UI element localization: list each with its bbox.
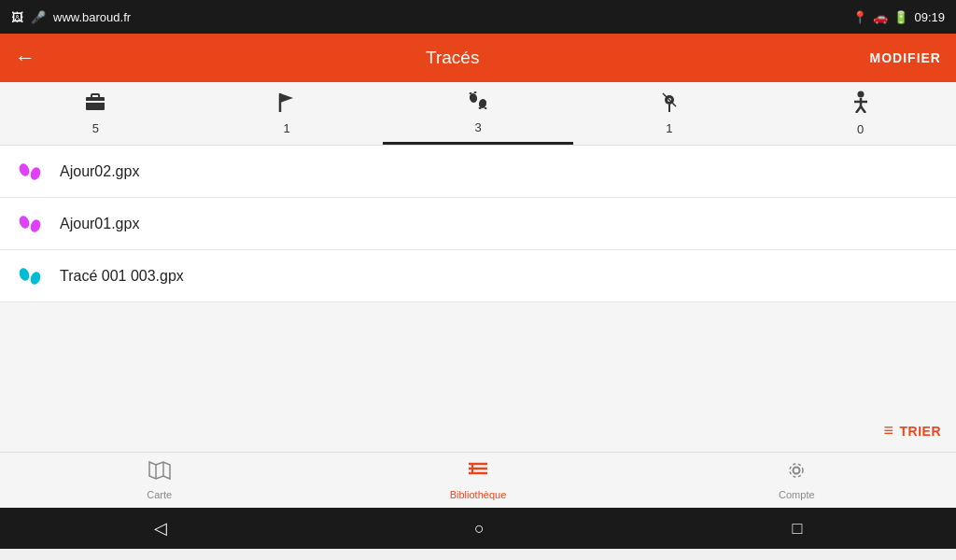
image-icon: 🖼 — [11, 10, 23, 24]
back-button[interactable]: ← — [15, 46, 35, 70]
tab-person-count: 0 — [857, 122, 864, 136]
svg-point-21 — [29, 165, 42, 181]
status-bar: 🖼 🎤 www.baroud.fr 📍 🚗 🔋 09:19 — [0, 0, 956, 34]
bottom-nav: Carte Bibliothèque Compte — [0, 452, 956, 508]
svg-rect-1 — [91, 94, 99, 98]
flag-icon — [277, 91, 296, 118]
url-display: www.baroud.fr — [53, 10, 131, 24]
pin-icon — [659, 91, 680, 118]
map-icon — [148, 460, 171, 486]
nav-item-compte[interactable]: Compte — [638, 453, 956, 508]
time-display: 09:19 — [914, 10, 945, 24]
svg-rect-0 — [86, 97, 105, 110]
track-name-1: Ajour02.gpx — [60, 163, 139, 180]
tab-flag[interactable]: 1 — [191, 82, 383, 145]
svg-point-15 — [857, 91, 864, 98]
track-list: Ajour02.gpx Ajour01.gpx Tracé 001 003.gp… — [0, 146, 956, 302]
svg-marker-26 — [149, 462, 170, 479]
back-nav-button[interactable]: ◁ — [154, 518, 167, 539]
list-item[interactable]: Tracé 001 003.gpx — [0, 250, 956, 302]
tab-briefcase-count: 5 — [92, 121, 99, 135]
status-bar-left: 🖼 🎤 www.baroud.fr — [11, 10, 131, 24]
svg-point-20 — [18, 161, 31, 177]
track-name-3: Tracé 001 003.gpx — [60, 268, 184, 285]
svg-point-8 — [473, 91, 476, 93]
svg-point-23 — [29, 217, 42, 233]
person-icon — [851, 91, 871, 119]
svg-marker-4 — [280, 93, 293, 103]
nav-item-bibliotheque[interactable]: Bibliothèque — [318, 453, 637, 508]
car-icon: 🚗 — [873, 10, 888, 24]
track-name-2: Ajour01.gpx — [60, 216, 139, 232]
nav-label-carte: Carte — [147, 489, 172, 500]
nav-label-compte: Compte — [779, 489, 815, 500]
tab-pin[interactable]: 1 — [573, 82, 765, 145]
tab-tracks[interactable]: 3 — [383, 82, 574, 145]
svg-point-34 — [790, 464, 803, 477]
system-nav-bar: ◁ ○ □ — [0, 508, 956, 549]
svg-point-25 — [29, 270, 42, 286]
status-bar-right: 📍 🚗 🔋 09:19 — [852, 10, 945, 24]
tab-tracks-count: 3 — [474, 120, 481, 134]
empty-area: ≡ TRIER — [0, 302, 956, 452]
app-bar: ← Tracés MODIFIER — [0, 34, 956, 82]
location-icon: 📍 — [852, 10, 867, 24]
svg-line-19 — [861, 106, 865, 113]
tab-bar: 5 1 3 — [0, 82, 956, 146]
tab-flag-count: 1 — [284, 121, 290, 135]
briefcase-icon — [84, 91, 106, 118]
track-icon-3 — [15, 265, 49, 287]
modifier-button[interactable]: MODIFIER — [870, 50, 941, 65]
sort-label: TRIER — [900, 424, 942, 439]
tab-person[interactable]: 0 — [765, 82, 956, 145]
track-icon-2 — [15, 213, 49, 235]
nav-label-bibliotheque: Bibliothèque — [450, 489, 507, 500]
page-title: Tracés — [426, 48, 479, 68]
mic-icon: 🎤 — [31, 10, 46, 24]
sort-button[interactable]: ≡ TRIER — [883, 421, 941, 441]
battery-icon: 🔋 — [893, 10, 908, 24]
tab-pin-count: 1 — [666, 121, 672, 135]
nav-item-carte[interactable]: Carte — [0, 453, 318, 508]
home-nav-button[interactable]: ○ — [474, 519, 485, 539]
svg-point-33 — [794, 468, 800, 474]
list-item[interactable]: Ajour01.gpx — [0, 198, 956, 250]
list-item[interactable]: Ajour02.gpx — [0, 146, 956, 198]
svg-point-24 — [18, 266, 31, 282]
list-icon — [467, 460, 489, 486]
tab-briefcase[interactable]: 5 — [0, 82, 191, 145]
gear-icon — [785, 460, 808, 486]
sort-icon: ≡ — [883, 421, 893, 441]
svg-point-22 — [18, 214, 31, 230]
svg-rect-2 — [86, 101, 105, 103]
footprints-icon — [466, 91, 490, 117]
recent-nav-button[interactable]: □ — [792, 519, 802, 539]
track-icon-1 — [15, 161, 49, 183]
